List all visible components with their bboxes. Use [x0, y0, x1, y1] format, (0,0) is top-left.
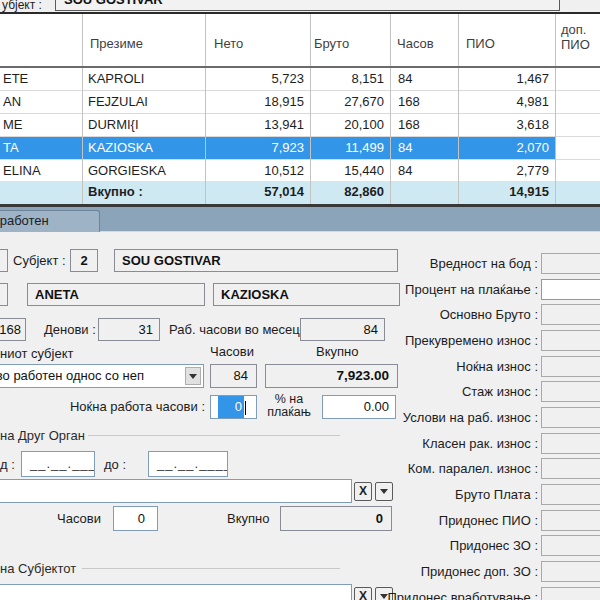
cell-neto: 7,923: [205, 137, 310, 159]
procent-na-plakanje-input[interactable]: [541, 279, 600, 300]
total-pio: 14,915: [458, 181, 555, 204]
table-row[interactable]: ETE KAPROLI 5,723 8,151 84 1,467: [0, 68, 600, 91]
cell-bruto: 11,499: [310, 137, 390, 159]
column-header-dop-pio: доп. ПИО: [561, 22, 600, 52]
tab-vraboten[interactable]: Вработен: [0, 210, 100, 232]
cell-neto: 5,723: [205, 68, 310, 90]
field-pridones-pio: Придонес ПИО :: [0, 510, 600, 532]
cell-first-name: ME: [0, 114, 82, 136]
pridones-dop-zo-input[interactable]: [541, 561, 600, 582]
pridones-pio-input[interactable]: [541, 510, 600, 531]
header-border: [0, 66, 600, 68]
total-hours: [390, 181, 458, 204]
cell-dop-pio: [555, 68, 600, 90]
field-label: Придонес ЗО :: [450, 538, 538, 553]
cell-first-name: ETE: [0, 68, 82, 90]
cell-pio: 2,779: [458, 160, 555, 182]
field-uslovi-na-rab-iznos: Услови на раб. износ :: [0, 407, 600, 429]
uslovi-na-rab-iznos-input[interactable]: [541, 407, 600, 428]
cell-neto: 18,915: [205, 91, 310, 113]
pridones-vrabotuvanje-input[interactable]: [541, 587, 600, 600]
grid-line: [82, 14, 83, 204]
pridones-zo-input[interactable]: [541, 535, 600, 556]
grid-line: [555, 14, 556, 204]
column-header-neto: Нето: [214, 36, 243, 51]
column-header-bruto: Бруто: [314, 36, 349, 51]
cell-first-name: AN: [0, 91, 82, 113]
employee-detail-form: Субјект : 2 SOU GOSTIVAR ANETA KAZIOSKA …: [0, 232, 600, 600]
cell-surname: DURMI{I: [82, 114, 205, 136]
field-label: Ноќна износ :: [456, 359, 538, 374]
field-prekuvremeno-iznos: Прекувремено износ :: [0, 330, 600, 352]
cell-dop-pio: [555, 160, 600, 182]
osnovno-bruto-input[interactable]: [541, 304, 600, 325]
field-vrednost-na-bod: Вредност на бод :: [0, 253, 600, 275]
tab-bar: Вработен: [0, 207, 600, 232]
table-row[interactable]: AN FEJZULAI 18,915 27,670 168 4,981: [0, 91, 600, 114]
column-header-surname: Презиме: [90, 36, 143, 51]
field-label: Стаж износ :: [462, 384, 538, 399]
field-label: Вредност на бод :: [430, 256, 538, 271]
field-label: Класен рак. износ :: [422, 436, 538, 451]
grid-line: [310, 14, 311, 204]
field-osnovno-bruto: Основно Бруто :: [0, 304, 600, 326]
field-label: Основно Бруто :: [440, 307, 538, 322]
total-dop-pio: [555, 181, 600, 204]
cell-hours: 84: [390, 137, 458, 159]
cell-pio: 4,981: [458, 91, 555, 113]
grid-line: [205, 14, 206, 204]
cell-surname: FEJZULAI: [82, 91, 205, 113]
table-row[interactable]: ELINA GORGIESKA 10,512 15,440 84 2,779: [0, 160, 600, 183]
total-neto: 57,014: [205, 181, 310, 204]
field-bruto-plata: Бруто Плата :: [0, 484, 600, 506]
tab-label: Вработен: [0, 213, 49, 228]
cell-hours: 168: [390, 91, 458, 113]
total-label: Вкупно :: [82, 181, 205, 204]
cell-hours: 168: [390, 114, 458, 136]
table-total-row: Вкупно : 57,014 82,860 14,915: [0, 181, 600, 204]
app-window: убјект : SOU GOSTIVAR Презиме Нето Бруто…: [0, 0, 600, 600]
subject-name-field-top[interactable]: SOU GOSTIVAR: [55, 0, 560, 11]
nokna-iznos-input[interactable]: [541, 356, 600, 377]
grid-line: [390, 14, 391, 204]
field-procent-na-plakanje: Процент на плаќање :: [0, 279, 600, 301]
employee-table: Презиме Нето Бруто Часов ПИО доп. ПИО ET…: [0, 14, 600, 204]
cell-hours: 84: [390, 68, 458, 90]
field-kom-paralel-iznos: Ком. паралел. износ :: [0, 458, 600, 480]
vrednost-na-bod-input[interactable]: [541, 253, 600, 274]
staz-iznos-input[interactable]: [541, 381, 600, 402]
cell-dop-pio: [555, 137, 600, 159]
cell-neto: 13,941: [205, 114, 310, 136]
field-pridones-dop-zo: Придонес доп. ЗО :: [0, 561, 600, 583]
table-row[interactable]: ME DURMI{I 13,941 20,100 168 3,618: [0, 114, 600, 137]
field-label: Придонес ПИО :: [439, 513, 538, 528]
field-pridones-vrabotuvanje: Придонес вработување :: [0, 587, 600, 600]
field-label: Придонес доп. ЗО :: [421, 564, 538, 579]
total-empty: [0, 181, 82, 204]
cell-bruto: 27,670: [310, 91, 390, 113]
cell-hours: 84: [390, 160, 458, 182]
table-row-selected[interactable]: TA KAZIOSKA 7,923 11,499 84 2,070: [0, 137, 600, 160]
cell-bruto: 20,100: [310, 114, 390, 136]
field-label: Процент на плаќање :: [405, 282, 538, 297]
klasen-rak-iznos-input[interactable]: [541, 433, 600, 454]
subject-label-fragment: убјект :: [2, 0, 42, 12]
bruto-plata-input[interactable]: [541, 484, 600, 505]
prekuvremeno-iznos-input[interactable]: [541, 330, 600, 351]
cell-surname: KAPROLI: [82, 68, 205, 90]
cell-first-name: TA: [0, 137, 82, 159]
cell-bruto: 8,151: [310, 68, 390, 90]
field-label: Ком. паралел. износ :: [408, 461, 538, 476]
cell-dop-pio: [555, 114, 600, 136]
cell-pio: 3,618: [458, 114, 555, 136]
cell-pio: 2,070: [458, 137, 555, 159]
kom-paralel-iznos-input[interactable]: [541, 458, 600, 479]
cell-pio: 1,467: [458, 68, 555, 90]
field-pridones-zo: Придонес ЗО :: [0, 535, 600, 557]
grid-line: [458, 14, 459, 204]
field-label: Придонес вработување :: [387, 590, 538, 600]
cell-dop-pio: [555, 91, 600, 113]
field-label: Прекувремено износ :: [405, 333, 538, 348]
cell-first-name: ELINA: [0, 160, 82, 182]
field-staz-iznos: Стаж износ :: [0, 381, 600, 403]
